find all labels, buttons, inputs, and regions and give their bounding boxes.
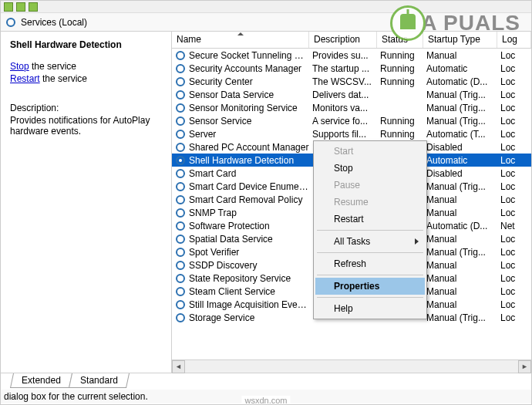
ctx-properties[interactable]: Properties (315, 278, 425, 295)
row-logon: Loc (500, 247, 531, 258)
service-icon (175, 273, 186, 284)
row-logon: Loc (500, 103, 531, 113)
row-name: Steam Client Service (189, 286, 312, 297)
row-startup: Manual (Trig... (426, 181, 500, 192)
ctx-separator (317, 275, 423, 275)
service-row[interactable]: Secure Socket Tunneling Pr...Provides su… (172, 49, 531, 62)
column-logon[interactable]: Log (497, 32, 531, 48)
column-name[interactable]: Name (172, 32, 309, 48)
row-description: The WSCSV... (312, 76, 380, 87)
header-row: Services (Local) (1, 13, 531, 32)
row-name: Software Protection (189, 221, 312, 231)
ctx-stop[interactable]: Stop (315, 160, 425, 177)
context-menu: Start Stop Pause Resume Restart All Task… (313, 140, 427, 319)
row-description: Monitors va... (312, 103, 380, 113)
row-startup: Manual (Trig... (426, 103, 500, 113)
services-window: Services (Local) Shell Hardware Detectio… (0, 0, 532, 405)
row-logon: Loc (500, 142, 531, 153)
row-description: A service fo... (312, 116, 380, 127)
row-startup: Disabled (426, 168, 500, 179)
row-startup: Manual (426, 50, 500, 61)
row-logon: Net (500, 221, 531, 231)
row-status: Running (380, 76, 426, 87)
tab-extended[interactable]: Extended (10, 373, 72, 388)
row-description: Supports fil... (312, 129, 380, 140)
toolbar-icon[interactable] (16, 2, 25, 12)
row-description: The startup ... (312, 63, 380, 74)
service-row[interactable]: Sensor Data ServiceDelivers dat...Manual… (172, 88, 531, 101)
ctx-help[interactable]: Help (315, 300, 425, 317)
row-status: Running (380, 116, 426, 127)
row-name: Smart Card (189, 168, 312, 179)
row-startup: Disabled (426, 142, 500, 153)
row-name: Shared PC Account Manager (189, 142, 312, 153)
service-icon (175, 194, 186, 205)
source-credit: wsxdn.com (241, 396, 290, 405)
column-status[interactable]: Status (377, 32, 423, 48)
row-startup: Manual (426, 208, 500, 218)
column-startup[interactable]: Startup Type (423, 32, 497, 48)
ctx-refresh[interactable]: Refresh (315, 255, 425, 272)
row-startup: Manual (426, 273, 500, 284)
row-logon: Loc (500, 89, 531, 100)
row-name: Sensor Data Service (189, 89, 312, 100)
stop-service-link[interactable]: Stop (10, 61, 29, 72)
row-status: Running (380, 129, 426, 140)
row-name: Secure Socket Tunneling Pr... (189, 50, 312, 61)
row-name: Sensor Service (189, 116, 312, 127)
scroll-right-arrow[interactable]: ► (518, 360, 531, 373)
row-status: Running (380, 50, 426, 61)
toolbar (1, 1, 531, 13)
toolbar-icon[interactable] (4, 2, 13, 12)
scroll-left-arrow[interactable]: ◄ (172, 360, 185, 373)
row-startup: Automatic (426, 63, 500, 74)
toolbar-icon[interactable] (29, 2, 38, 12)
selected-service-name: Shell Hardware Detection (10, 39, 162, 50)
service-icon (175, 181, 186, 192)
service-icon (175, 247, 186, 258)
row-description: Provides su... (312, 50, 380, 61)
row-logon: Loc (500, 129, 531, 140)
service-icon (175, 234, 186, 245)
row-name: Smart Card Removal Policy (189, 194, 312, 205)
row-logon: Loc (500, 116, 531, 127)
row-name: SSDP Discovery (189, 260, 312, 271)
restart-suffix: the service (40, 73, 87, 84)
service-icon (175, 50, 186, 61)
service-row[interactable]: ServerSupports fil...RunningAutomatic (T… (172, 127, 531, 140)
row-name: Security Center (189, 76, 312, 87)
ctx-restart[interactable]: Restart (315, 211, 425, 228)
service-icon (175, 89, 186, 100)
service-row[interactable]: Security Accounts ManagerThe startup ...… (172, 62, 531, 75)
service-icon (175, 312, 186, 323)
row-logon: Loc (500, 260, 531, 271)
description-label: Description: (10, 103, 162, 113)
stop-suffix: the service (29, 61, 76, 72)
ctx-all-tasks[interactable]: All Tasks (315, 233, 425, 250)
row-name: State Repository Service (189, 273, 312, 284)
service-row[interactable]: Security CenterThe WSCSV...RunningAutoma… (172, 75, 531, 88)
row-status: Running (380, 63, 426, 74)
horizontal-scrollbar[interactable]: ◄ ► (172, 359, 531, 373)
row-name: Server (189, 129, 312, 140)
service-icon (175, 129, 186, 140)
service-row[interactable]: Sensor Monitoring ServiceMonitors va...M… (172, 101, 531, 114)
row-startup: Manual (426, 194, 500, 205)
service-row[interactable]: Sensor ServiceA service fo...RunningManu… (172, 114, 531, 127)
service-icon (175, 116, 186, 127)
row-startup: Automatic (426, 155, 500, 166)
column-description[interactable]: Description (309, 32, 377, 48)
ctx-separator (317, 230, 423, 231)
row-startup: Automatic (D... (426, 221, 500, 231)
service-icon (175, 208, 186, 218)
row-name: Storage Service (189, 312, 312, 323)
row-logon: Loc (500, 155, 531, 166)
row-logon: Loc (500, 299, 531, 310)
restart-service-link[interactable]: Restart (10, 73, 40, 84)
row-name: Sensor Monitoring Service (189, 103, 312, 113)
row-startup: Manual (Trig... (426, 247, 500, 258)
row-logon: Loc (500, 76, 531, 87)
row-logon: Loc (500, 181, 531, 192)
tab-standard[interactable]: Standard (69, 373, 130, 388)
service-icon (175, 76, 186, 87)
